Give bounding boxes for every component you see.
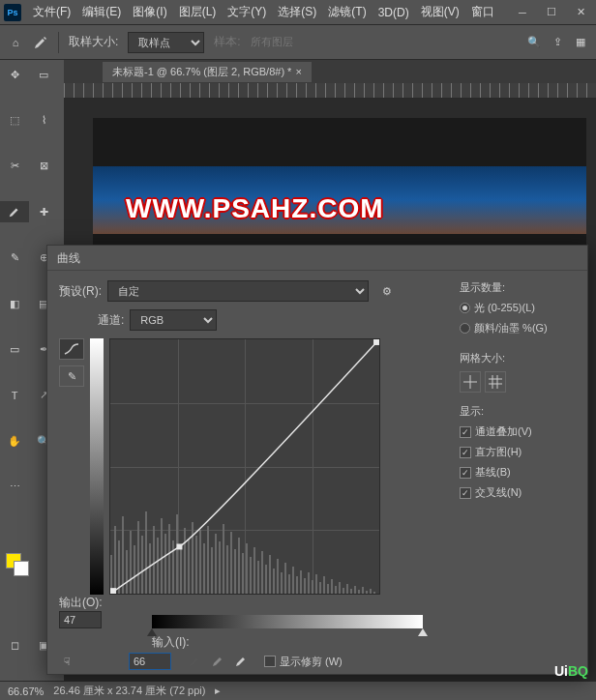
channel-label: 通道: (98, 312, 124, 329)
menu-select[interactable]: 选择(S) (272, 1, 322, 23)
more-tools[interactable]: ⋯ (0, 477, 29, 498)
move-tool[interactable]: ✥ (0, 64, 29, 85)
grid-size-label: 网格大小: (460, 351, 580, 365)
show-label: 显示: (460, 404, 580, 419)
black-eyedropper-icon[interactable] (187, 654, 202, 669)
quickmask-tool[interactable]: ◻ (0, 634, 29, 656)
eyedropper-tool-icon[interactable] (33, 35, 48, 50)
sample-value: 所有图层 (251, 35, 293, 49)
menu-filter[interactable]: 滤镜(T) (322, 1, 372, 23)
show-clipping-label: 显示修剪 (W) (280, 655, 343, 669)
home-icon[interactable]: ⌂ (8, 35, 23, 50)
healing-tool[interactable]: ✚ (29, 201, 58, 222)
channel-select[interactable]: RGB (130, 309, 217, 331)
sample-size-label: 取样大小: (69, 34, 118, 50)
svg-rect-70 (177, 543, 183, 549)
intersection-checkbox[interactable]: ✓ (460, 487, 471, 499)
lasso-tool[interactable]: ⌇ (29, 109, 58, 131)
output-gradient (90, 338, 104, 595)
channel-overlay-label: 通道叠加(V) (475, 424, 532, 439)
crop-tool[interactable]: ✂ (0, 156, 29, 177)
type-tool[interactable]: T (0, 385, 29, 406)
hand-tool[interactable]: ✋ (0, 430, 29, 452)
curve-line[interactable] (110, 339, 379, 594)
channel-overlay-checkbox[interactable]: ✓ (460, 426, 471, 438)
menu-3d[interactable]: 3D(D) (372, 3, 415, 22)
input-gradient[interactable] (152, 615, 423, 628)
curve-tool-button[interactable] (59, 338, 84, 360)
svg-rect-69 (110, 588, 116, 594)
menu-file[interactable]: 文件(F) (27, 1, 76, 23)
intersection-label: 交叉线(N) (475, 485, 522, 500)
curves-dialog: 曲线 预设(R): 自定 ⚙ 通道: RGB ✎ (46, 245, 588, 675)
menu-layer[interactable]: 图层(L) (173, 1, 223, 23)
show-clipping-checkbox[interactable] (264, 656, 276, 667)
input-input[interactable] (129, 653, 171, 670)
pigment-radio[interactable] (460, 323, 470, 334)
menu-window[interactable]: 窗口 (465, 1, 500, 23)
baseline-checkbox[interactable]: ✓ (460, 467, 471, 479)
grid-large-button[interactable] (485, 371, 506, 393)
dialog-title: 曲线 (47, 246, 587, 271)
output-input[interactable] (59, 611, 102, 628)
share-icon[interactable]: ⇪ (550, 35, 565, 50)
light-radio[interactable] (460, 303, 470, 313)
minimize-button[interactable]: ─ (511, 4, 534, 21)
menu-edit[interactable]: 编辑(E) (76, 1, 127, 23)
workspace-icon[interactable]: ▦ (573, 35, 588, 50)
pencil-tool-button[interactable]: ✎ (59, 365, 84, 387)
white-eyedropper-icon[interactable] (233, 654, 249, 669)
on-image-adjust-icon[interactable]: ☟ (59, 654, 74, 669)
tab-close-icon[interactable]: × (295, 66, 301, 77)
grid-small-button[interactable] (460, 371, 481, 393)
document-tab[interactable]: 未标题-1 @ 66.7% (图层 2, RGB/8#) * × (103, 62, 312, 82)
input-label: 输入(I): (152, 634, 190, 651)
preset-menu-icon[interactable]: ⚙ (382, 285, 392, 298)
rectangle-tool[interactable]: ▭ (0, 339, 29, 361)
eraser-tool[interactable]: ◧ (0, 293, 29, 314)
display-amount-label: 显示数量: (460, 280, 580, 295)
sample-label: 样本: (214, 34, 240, 50)
menu-image[interactable]: 图像(I) (127, 1, 172, 23)
doc-info: 26.46 厘米 x 23.74 厘米 (72 ppi) (53, 684, 205, 698)
zoom-level[interactable]: 66.67% (8, 685, 44, 697)
preset-label: 预设(R): (59, 283, 102, 300)
histogram-checkbox[interactable]: ✓ (460, 447, 471, 458)
output-label: 输出(O): (59, 595, 104, 611)
white-point-slider[interactable] (418, 628, 428, 636)
brush-tool[interactable]: ✎ (0, 248, 29, 269)
watermark-text: WWW.PSAHZ.COM (126, 193, 384, 224)
maximize-button[interactable]: ☐ (540, 4, 563, 21)
horizontal-ruler (64, 83, 596, 99)
close-button[interactable]: ✕ (569, 4, 592, 21)
background-color[interactable] (14, 561, 29, 576)
status-bar: 66.67% 26.46 厘米 x 23.74 厘米 (72 ppi) ▸ (0, 681, 596, 700)
gray-eyedropper-icon[interactable] (210, 654, 225, 669)
artboard-tool[interactable]: ▭ (29, 64, 58, 85)
source-watermark: UiBQ (554, 663, 588, 679)
app-logo: Ps (4, 4, 21, 21)
options-bar: ⌂ 取样大小: 取样点 样本: 所有图层 🔍 ⇪ ▦ (0, 25, 596, 60)
light-label: 光 (0-255)(L) (474, 301, 535, 315)
svg-rect-71 (373, 339, 379, 345)
menu-view[interactable]: 视图(V) (415, 1, 465, 23)
preset-select[interactable]: 自定 (107, 280, 369, 302)
menu-type[interactable]: 文字(Y) (222, 1, 272, 23)
document-tabs: » 未标题-1 @ 66.7% (图层 2, RGB/8#) * × (64, 60, 596, 83)
frame-tool[interactable]: ⊠ (29, 156, 58, 177)
tab-title: 未标题-1 @ 66.7% (图层 2, RGB/8#) * (112, 65, 291, 79)
search-icon[interactable]: 🔍 (526, 35, 542, 50)
marquee-tool[interactable]: ⬚ (0, 109, 29, 131)
sample-size-select[interactable]: 取样点 (128, 32, 204, 53)
eyedropper-tool[interactable] (0, 201, 29, 222)
curve-graph[interactable] (109, 338, 380, 595)
pigment-label: 颜料/油墨 %(G) (474, 321, 548, 335)
baseline-label: 基线(B) (475, 465, 511, 480)
menu-bar: Ps 文件(F) 编辑(E) 图像(I) 图层(L) 文字(Y) 选择(S) 滤… (0, 0, 596, 25)
doc-info-chevron-icon[interactable]: ▸ (215, 685, 221, 697)
black-point-slider[interactable] (147, 628, 157, 636)
histogram-label: 直方图(H) (475, 445, 522, 459)
